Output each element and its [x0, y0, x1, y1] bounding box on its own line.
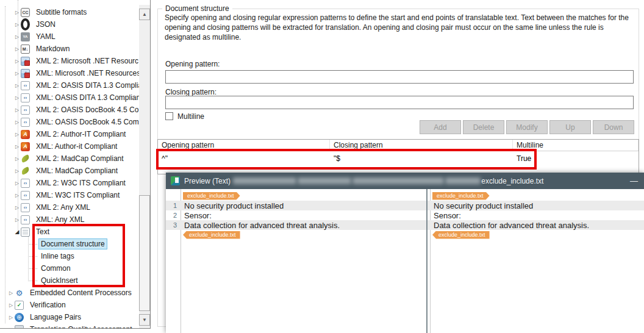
collapsed-arrow-icon[interactable]: ▷ — [7, 315, 15, 320]
tqa-icon: Q — [15, 325, 24, 329]
tree-item-xml-author-it-compliant[interactable]: ▷AXML: Author-it Compliant — [0, 140, 139, 152]
tree-item-verification[interactable]: ▷✓Verification — [0, 299, 139, 311]
tree-item-label: XML: W3C ITS Compliant — [34, 190, 122, 201]
scroll-down-button[interactable]: ▼ — [139, 314, 150, 326]
opening-tag-pill: exclude_include.txt — [432, 192, 490, 200]
tree-item-xml-2-madcap-compliant[interactable]: ▷XML 2: MadCap Compliant — [0, 152, 139, 165]
opening-pattern-input[interactable] — [165, 70, 634, 84]
column-header-multiline[interactable]: Multiline — [513, 140, 639, 151]
tree-connector-line — [28, 256, 37, 257]
tree-item-markdown[interactable]: ▷M↓Markdown — [0, 43, 139, 55]
collapsed-arrow-icon[interactable]: ▷ — [13, 193, 21, 198]
minimize-icon[interactable]: — — [630, 177, 638, 185]
tree-item-language-pairs[interactable]: ▷⊕Language Pairs — [0, 311, 139, 323]
tree-item-inline-tags[interactable]: Inline tags — [0, 250, 139, 262]
tree-item-xml-any-xml[interactable]: ▷‹›XML: Any XML — [0, 213, 139, 226]
column-header-closing-pattern[interactable]: Closing pattern — [330, 140, 513, 151]
tree-item-xml-2-any-xml[interactable]: ▷‹›XML 2: Any XML — [0, 201, 139, 213]
delete-button[interactable]: Delete — [463, 120, 504, 134]
tree-scrollbar[interactable]: ▲ ▼ — [139, 5, 150, 328]
tree-item-json[interactable]: ▷JSON — [0, 18, 139, 30]
preview-line-text: No security product installed — [428, 201, 533, 210]
globe-icon: ⊕ — [15, 313, 24, 322]
collapsed-arrow-icon[interactable]: ▷ — [7, 290, 15, 296]
collapsed-arrow-icon[interactable]: ▷ — [13, 168, 21, 174]
up-button[interactable]: Up — [549, 120, 591, 134]
tree-item-label: XML 2: Author-IT Compliant — [34, 129, 128, 140]
rule-row[interactable]: ^""$True — [158, 151, 639, 167]
tree-item-label: YAML — [34, 31, 58, 42]
tree-item-xml-2-oasis-docbook-4-5-co[interactable]: ▷‹›XML 2: OASIS DocBook 4.5 Co — [0, 104, 139, 116]
collapsed-arrow-icon[interactable]: ▷ — [13, 205, 21, 210]
expanded-arrow-icon[interactable]: ◢ — [13, 229, 21, 235]
tree-item-quickinsert[interactable]: QuickInsert — [0, 274, 139, 287]
tree-item-common[interactable]: Common — [0, 262, 139, 274]
collapsed-arrow-icon[interactable]: ▷ — [13, 144, 21, 149]
file-types-tree-panel: ▷CCSubtitle formats▷JSON▷YAYAML▷M↓Markdo… — [0, 0, 151, 329]
collapsed-arrow-icon[interactable]: ▷ — [13, 59, 21, 64]
collapsed-arrow-icon[interactable]: ▷ — [13, 22, 21, 27]
tree-item-label: XML 2: Microsoft .NET Resourc — [34, 56, 141, 66]
tree-item-label: XML: Microsoft .NET Resources — [34, 68, 143, 79]
collapsed-arrow-icon[interactable]: ▷ — [13, 83, 21, 88]
add-button[interactable]: Add — [420, 120, 461, 134]
tree-item-label: XML: OASIS DITA 1.3 Complian — [34, 92, 143, 103]
closing-pattern-input[interactable] — [165, 96, 634, 109]
preview-line-text: Sensor: — [428, 211, 461, 220]
tree-item-xml-2-microsoft-net-resourc[interactable]: ▷XML 2: Microsoft .NET Resourc — [0, 55, 139, 67]
collapsed-arrow-icon[interactable]: ▷ — [7, 303, 15, 308]
down-button[interactable]: Down — [593, 120, 634, 134]
markdown-icon: M↓ — [21, 45, 30, 54]
collapsed-arrow-icon[interactable]: ▷ — [13, 71, 21, 76]
collapsed-arrow-icon[interactable]: ▷ — [7, 327, 15, 329]
multiline-checkbox[interactable] — [165, 112, 173, 120]
collapsed-arrow-icon[interactable]: ▷ — [13, 120, 21, 125]
tree-item-xml-oasis-dita-1-3-complian[interactable]: ▷‹›XML: OASIS DITA 1.3 Complian — [0, 91, 139, 104]
tree-item-xml-2-oasis-dita-1-3-complia[interactable]: ▷‹›XML 2: OASIS DITA 1.3 Complia — [0, 79, 139, 91]
collapsed-arrow-icon[interactable]: ▷ — [13, 107, 21, 113]
author-it-icon: A — [21, 130, 30, 139]
tree-item-translation-quality-assessment[interactable]: ▷QTranslation Quality Assessment — [0, 323, 139, 329]
preview-line-text: Sensor: — [181, 211, 212, 220]
tree-item-xml-w3c-its-compliant[interactable]: ▷‹›XML: W3C ITS Compliant — [0, 189, 139, 201]
opening-pattern-label: Opening pattern: — [165, 60, 220, 68]
collapsed-arrow-icon[interactable]: ▷ — [13, 95, 21, 101]
redacted-path-blur — [233, 177, 296, 184]
tree-item-label: Embedded Content Processors — [27, 287, 134, 298]
xml-file-icon: ‹› — [21, 118, 30, 127]
collapsed-arrow-icon[interactable]: ▷ — [13, 156, 21, 162]
collapsed-arrow-icon[interactable]: ▷ — [13, 46, 21, 52]
tree-item-xml-oasis-docbook-4-5-com[interactable]: ▷‹›XML: OASIS DocBook 4.5 Com — [0, 116, 139, 128]
modify-button[interactable]: Modify — [506, 120, 548, 134]
tree-item-xml-microsoft-net-resources[interactable]: ▷XML: Microsoft .NET Resources — [0, 67, 139, 79]
preview-tag-row: exclude_include.txt — [428, 230, 644, 240]
scrollbar-thumb[interactable] — [139, 195, 150, 311]
collapsed-arrow-icon[interactable]: ▷ — [13, 34, 21, 40]
preview-titlebar[interactable]: Preview (Text) exclude_include.txt — — [166, 173, 644, 189]
preview-line-text: Data collection for advanced threat anal… — [181, 221, 340, 230]
scroll-up-button[interactable]: ▲ — [139, 9, 150, 20]
collapsed-arrow-icon[interactable]: ▷ — [13, 181, 21, 186]
author-it-icon: A — [21, 142, 30, 151]
collapsed-arrow-icon[interactable]: ▷ — [13, 217, 21, 223]
preview-text-line: 2Sensor: — [166, 210, 426, 220]
tree-item-xml-2-w3c-its-compliant[interactable]: ▷‹›XML 2: W3C ITS Compliant — [0, 177, 139, 189]
preview-line-text: No security product installed — [181, 201, 284, 210]
closing-pattern-label: Closing pattern: — [165, 88, 216, 96]
column-header-opening-pattern[interactable]: Opening pattern — [158, 140, 330, 151]
tree-item-label: Language Pairs — [27, 312, 84, 323]
collapsed-arrow-icon[interactable]: ▷ — [13, 132, 21, 137]
tree-item-xml-2-author-it-compliant[interactable]: ▷AXML 2: Author-IT Compliant — [0, 128, 139, 140]
tree-item-yaml[interactable]: ▷YAYAML — [0, 30, 139, 43]
line-number: 3 — [166, 221, 181, 229]
collapsed-arrow-icon[interactable]: ▷ — [13, 10, 21, 15]
preview-text-line: 3Data collection for advanced threat ana… — [166, 220, 426, 230]
tree-item-embedded-content-processors[interactable]: ▷⚙Embedded Content Processors — [0, 287, 139, 299]
tree-item-label: Subtitle formats — [34, 7, 89, 18]
tree-item-text[interactable]: ◢Text — [0, 226, 139, 238]
preview-line-text: Data collection for advanced threat anal… — [428, 221, 589, 230]
tree-item-document-structure[interactable]: Document structure — [0, 238, 139, 250]
tree-item-subtitle-formats[interactable]: ▷CCSubtitle formats — [0, 6, 139, 18]
tree-item-xml-madcap-compliant[interactable]: ▷XML: MadCap Compliant — [0, 165, 139, 177]
xml-file-icon: ‹› — [21, 179, 30, 188]
